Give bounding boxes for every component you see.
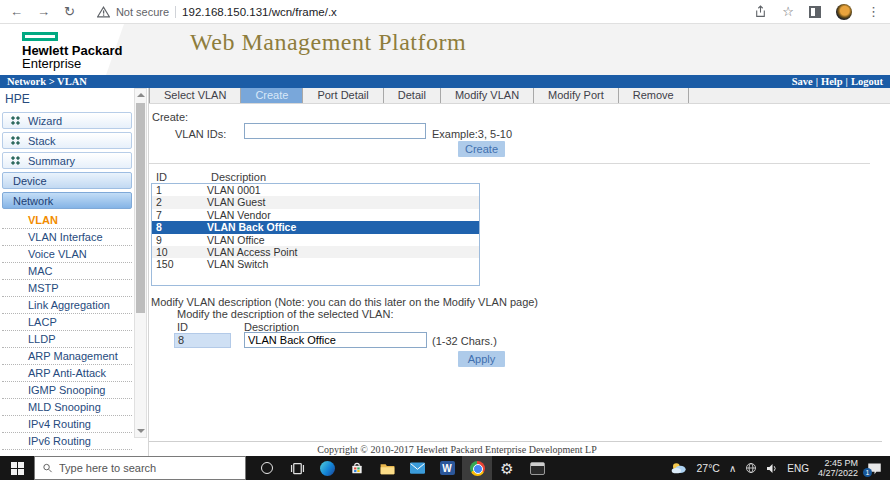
vlan-ids-input[interactable] [244, 123, 426, 139]
table-row[interactable]: 10 VLAN Access Point [152, 246, 479, 258]
tab-select-vlan[interactable]: Select VLAN [149, 88, 241, 103]
share-icon[interactable] [754, 5, 767, 18]
mail-button[interactable] [402, 456, 432, 480]
clock[interactable]: 2:45 PM 4/27/2022 [818, 458, 858, 478]
table-row[interactable]: 2 VLAN Guest [152, 196, 479, 208]
sidebar-item-arp-anti-attack[interactable]: ARP Anti-Attack [2, 365, 132, 382]
create-heading: Create: [152, 111, 188, 123]
sidebar-title: HPE [0, 88, 134, 109]
sidebar-item-arp-management[interactable]: ARP Management [2, 348, 132, 365]
tab-detail[interactable]: Detail [384, 88, 441, 103]
sidebar-item-voice-vlan[interactable]: Voice VLAN [2, 246, 132, 263]
network-globe-icon[interactable] [745, 462, 757, 474]
table-row[interactable]: 1 VLAN 0001 [152, 184, 479, 196]
diamond-bullet-icon [9, 154, 22, 167]
table-row-selected[interactable]: 8 VLAN Back Office [152, 221, 479, 233]
back-icon[interactable]: ← [10, 0, 23, 24]
sidebar-item-lacp[interactable]: LACP [2, 314, 132, 331]
profile-avatar[interactable] [836, 4, 852, 20]
sidebar-item-wizard[interactable]: Wizard [2, 112, 132, 129]
browser-menu-icon[interactable]: ⋮ [867, 4, 880, 19]
apply-button[interactable]: Apply [458, 351, 505, 367]
sidebar-item-summary[interactable]: Summary [2, 152, 132, 169]
link-separator: | [813, 76, 821, 87]
scroll-down-arrow-icon[interactable] [137, 429, 145, 433]
tray-chevron-icon[interactable]: ∧ [729, 463, 736, 474]
start-button[interactable] [0, 456, 34, 480]
copyright-text: Copyright © 2010-2017 Hewlett Packard En… [149, 444, 765, 455]
not-secure-warning-icon [97, 6, 110, 18]
modify-description-input[interactable] [244, 332, 427, 348]
settings-button[interactable]: ⚙ [492, 456, 522, 480]
sidebar-item-mstp[interactable]: MSTP [2, 280, 132, 297]
not-secure-label: Not secure [116, 6, 169, 18]
sidebar-item-vlan-interface[interactable]: VLAN Interface [2, 229, 132, 246]
reload-icon[interactable]: ↻ [64, 0, 75, 24]
sidebar-item-ipv6-routing[interactable]: IPv6 Routing [2, 433, 132, 450]
address-separator [175, 6, 176, 18]
bookmark-star-icon[interactable]: ☆ [782, 4, 794, 19]
sidebar-item-link-aggregation[interactable]: Link Aggregation [2, 297, 132, 314]
tab-modify-vlan[interactable]: Modify VLAN [441, 88, 534, 103]
tab-modify-port[interactable]: Modify Port [534, 88, 619, 103]
crumb-links: Save|Help|Logout [792, 76, 883, 87]
sidebar: HPE Wizard Stack Summary Device Network … [0, 88, 134, 456]
sidebar-item-mac[interactable]: MAC [2, 263, 132, 280]
speaker-icon[interactable] [766, 463, 778, 474]
forward-icon[interactable]: → [37, 0, 50, 24]
chrome-button[interactable] [462, 456, 492, 480]
table-row[interactable]: 7 VLAN Vendor [152, 209, 479, 221]
sidebar-item-mld-snooping[interactable]: MLD Snooping [2, 399, 132, 416]
vlan-desc-cell: VLAN Vendor [207, 209, 479, 221]
sidebar-item-ipv4-routing[interactable]: IPv4 Routing [2, 416, 132, 433]
temperature-label[interactable]: 27°C [696, 462, 719, 474]
address-url: 192.168.150.131/wcn/frame/.x [182, 6, 337, 18]
tab-bar: Select VLAN Create Port Detail Detail Mo… [149, 88, 890, 104]
language-label[interactable]: ENG [787, 463, 809, 474]
sidebar-item-stack[interactable]: Stack [2, 132, 132, 149]
sidebar-section-label: Device [13, 175, 47, 187]
address-bar[interactable]: Not secure 192.168.150.131/wcn/frame/.x [97, 6, 337, 18]
breadcrumb: Network > VLAN [7, 76, 87, 87]
sidebar-section-device[interactable]: Device [2, 172, 132, 189]
tab-create[interactable]: Create [241, 88, 303, 103]
vlan-ids-example-hint: Example:3, 5-10 [432, 128, 512, 140]
tab-remove[interactable]: Remove [619, 88, 689, 103]
store-button[interactable] [342, 456, 372, 480]
diamond-bullet-icon [9, 114, 22, 127]
terminal-button[interactable] [522, 456, 552, 480]
table-row[interactable]: 9 VLAN Office [152, 234, 479, 246]
main-content: Select VLAN Create Port Detail Detail Mo… [148, 88, 890, 456]
file-explorer-button[interactable] [372, 456, 402, 480]
taskbar-search[interactable] [34, 456, 246, 480]
cortana-button[interactable] [252, 456, 282, 480]
create-button[interactable]: Create [458, 141, 505, 157]
tab-port-detail[interactable]: Port Detail [303, 88, 383, 103]
help-link[interactable]: Help [821, 76, 843, 87]
word-button[interactable]: W [432, 456, 462, 480]
sidebar-item-label: Summary [28, 155, 75, 167]
scroll-up-arrow-icon[interactable] [137, 93, 145, 97]
windows-taskbar: W ⚙ 27°C ∧ ENG 2:45 PM 4/27/2022 1 [0, 456, 890, 480]
logout-link[interactable]: Logout [851, 76, 883, 87]
task-view-button[interactable] [282, 456, 312, 480]
edge-button[interactable] [312, 456, 342, 480]
windows-logo-icon [11, 462, 24, 475]
section-divider [149, 163, 870, 164]
vlan-id-cell: 7 [152, 209, 207, 221]
weather-icon[interactable] [671, 462, 687, 474]
sidebar-item-igmp-snooping[interactable]: IGMP Snooping [2, 382, 132, 399]
search-icon [42, 462, 53, 474]
action-center-button[interactable]: 1 [867, 462, 882, 475]
table-row[interactable]: 150 VLAN Switch [152, 258, 479, 270]
sidebar-section-network[interactable]: Network [2, 192, 132, 209]
side-panel-icon[interactable] [809, 6, 821, 18]
taskbar-search-input[interactable] [59, 462, 238, 474]
scrollbar-thumb[interactable] [136, 103, 145, 313]
cortana-icon [261, 462, 273, 474]
save-link[interactable]: Save [792, 76, 813, 87]
vlan-id-cell: 9 [152, 234, 207, 246]
sidebar-item-lldp[interactable]: LLDP [2, 331, 132, 348]
sidebar-item-vlan[interactable]: VLAN [2, 212, 132, 229]
sidebar-scrollbar[interactable] [134, 88, 147, 438]
